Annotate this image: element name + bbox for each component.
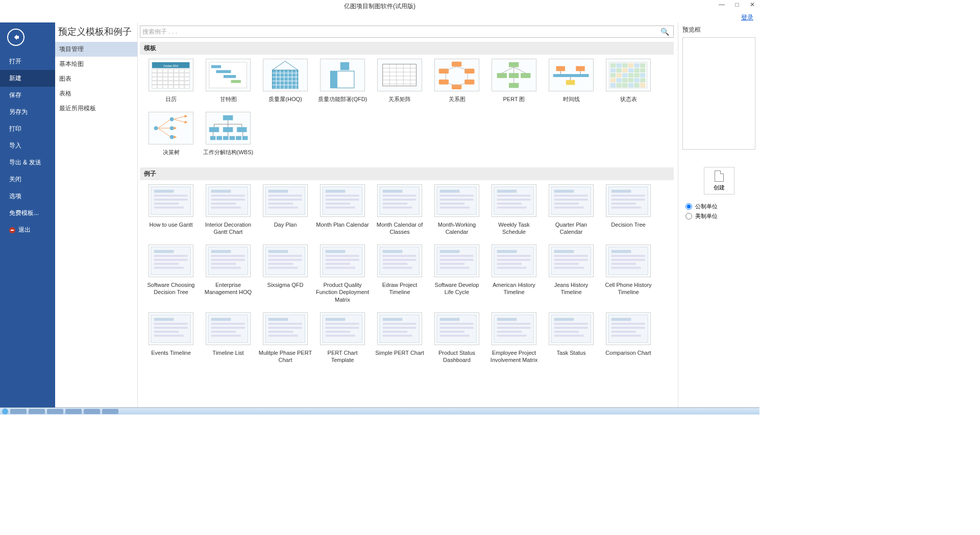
unit-metric-radio[interactable]: 公制单位 [685, 203, 755, 210]
example-tile[interactable]: Mulitple Phase PERT Chart [257, 312, 313, 364]
title-bar: 亿图项目制图软件(试用版) — □ ✕ [0, 0, 760, 12]
category-item[interactable]: 最近所用模板 [55, 101, 137, 116]
search-icon[interactable]: 🔍 [658, 28, 671, 36]
example-tile[interactable]: Events Timeline [143, 312, 199, 364]
svg-rect-120 [640, 78, 646, 83]
login-link[interactable]: 登录 [741, 13, 753, 22]
minimize-button[interactable]: — [718, 1, 726, 8]
example-tile[interactable]: Product Quality Function Deployment Matr… [314, 245, 371, 303]
svg-rect-209 [611, 199, 645, 201]
file-menu-item[interactable]: 保存 [0, 87, 55, 104]
taskbar-item[interactable] [29, 409, 45, 414]
file-menu-item[interactable]: 打开 [0, 53, 55, 70]
file-menu-item[interactable]: 关闭 [0, 171, 55, 188]
file-menu-item[interactable]: 免费模板... [0, 205, 55, 222]
maximize-button[interactable]: □ [733, 1, 741, 8]
svg-rect-252 [497, 263, 522, 265]
example-tile[interactable]: Quarter Plan Calendar [543, 184, 599, 236]
example-tile[interactable]: Weekly Task Schedule [486, 184, 542, 236]
example-tile[interactable]: Enterprise Management HOQ [200, 245, 256, 303]
example-tile[interactable]: Employee Project Involvement Matrix [486, 312, 542, 364]
examples-section-header: 例子 [140, 167, 674, 180]
svg-rect-116 [617, 78, 622, 83]
example-tile[interactable]: Cell Phone History Timeline [600, 245, 656, 303]
template-tile[interactable]: 甘特图 [200, 59, 256, 103]
example-tile[interactable]: Interior Decoration Gantt Chart [200, 184, 256, 236]
svg-rect-210 [611, 202, 636, 204]
example-tile[interactable]: Simple PERT Chart [372, 312, 428, 364]
example-tile[interactable]: Month-Working Calendar [429, 184, 485, 236]
example-tile[interactable]: Sixsigma QFD [257, 245, 313, 303]
example-tile[interactable]: American History Timeline [486, 245, 542, 303]
template-tile[interactable]: 时间线 [543, 59, 599, 103]
svg-rect-234 [326, 263, 350, 265]
file-menu-item[interactable]: 新建 [0, 70, 55, 87]
file-menu-item-label: 免费模板... [9, 209, 39, 217]
template-tile[interactable]: 决策树 [143, 112, 199, 156]
taskbar-item[interactable] [84, 409, 100, 414]
example-tile[interactable]: Day Plan [257, 184, 313, 236]
example-tile[interactable]: How to use Gantt [143, 184, 199, 236]
svg-rect-114 [640, 73, 646, 78]
category-item[interactable]: 项目管理 [55, 42, 137, 57]
os-taskbar[interactable] [0, 407, 760, 415]
file-menu-item[interactable]: 另存为 [0, 104, 55, 120]
taskbar-item[interactable] [65, 409, 82, 414]
template-tile[interactable]: 工作分解结构(WBS) [200, 112, 256, 156]
svg-rect-203 [554, 199, 588, 201]
example-tile[interactable]: Software Develop Life Cycle [429, 245, 485, 303]
template-tile[interactable]: 质量屋(HOQ) [257, 59, 313, 103]
search-input[interactable] [142, 28, 658, 35]
category-item[interactable]: 图表 [55, 71, 137, 86]
svg-text:October 2014: October 2014 [163, 65, 179, 67]
file-menu-item[interactable]: 导入 [0, 137, 55, 154]
preview-title: 预览框 [682, 26, 755, 34]
file-menu-item-label: 另存为 [9, 108, 28, 116]
svg-rect-211 [611, 206, 641, 208]
tile-label: American History Timeline [487, 281, 541, 296]
svg-rect-123 [622, 83, 628, 88]
example-tile[interactable]: Edraw Project Timeline [372, 245, 428, 303]
example-tile[interactable]: Month Calendar of Classes [372, 184, 428, 236]
close-button[interactable]: ✕ [748, 1, 756, 8]
template-tile[interactable]: October 2014日历 [143, 59, 199, 103]
taskbar-item[interactable] [102, 409, 118, 414]
template-tile[interactable]: 关系矩阵 [372, 59, 428, 103]
example-tile[interactable]: Decision Tree [600, 184, 656, 236]
svg-rect-189 [440, 189, 460, 192]
example-tile[interactable]: Month Plan Calendar [314, 184, 371, 236]
example-tile[interactable]: Timeline List [200, 312, 256, 364]
template-tile[interactable]: 质量功能部署(QFD) [314, 59, 371, 103]
taskbar-item[interactable] [47, 409, 63, 414]
category-item[interactable]: 表格 [55, 86, 137, 101]
example-tile[interactable]: Jeans History Timeline [543, 245, 599, 303]
category-column: 预定义模板和例子 项目管理基本绘图图表表格最近所用模板 [55, 22, 138, 407]
template-tile[interactable]: 状态表 [600, 59, 656, 103]
svg-rect-202 [554, 194, 588, 197]
file-menu-item[interactable]: 打印 [0, 120, 55, 137]
taskbar-item[interactable] [10, 409, 27, 414]
svg-rect-6 [174, 69, 179, 72]
file-menu-item[interactable]: 选项 [0, 188, 55, 205]
back-button[interactable] [7, 29, 24, 46]
category-item[interactable]: 基本绘图 [55, 57, 137, 71]
svg-rect-160 [154, 194, 188, 197]
svg-rect-293 [383, 327, 416, 329]
example-tile[interactable]: Task Status [543, 312, 599, 364]
tile-thumbnail [377, 59, 422, 91]
create-button[interactable]: 创建 [704, 167, 734, 194]
example-tile[interactable]: Software Choosing Decision Tree [143, 245, 199, 303]
svg-rect-172 [268, 194, 302, 197]
file-menu-item[interactable]: 退出 [0, 222, 55, 238]
svg-rect-167 [211, 199, 245, 201]
template-scroll-area[interactable]: 模板 October 2014日历甘特图质量屋(HOQ)质量功能部署(QFD)关… [138, 40, 678, 407]
template-tile[interactable]: 关系图 [429, 59, 485, 103]
unit-us-radio[interactable]: 美制单位 [685, 212, 755, 220]
example-tile[interactable]: Product Status Dashboard [429, 312, 485, 364]
template-tile[interactable]: PERT 图 [486, 59, 542, 103]
file-menu-item[interactable]: 导出 & 发送 [0, 154, 55, 171]
example-tile[interactable]: Comparison Chart [600, 312, 656, 364]
example-tile[interactable]: PERT Chart Template [314, 312, 371, 364]
taskbar-item[interactable] [2, 408, 8, 415]
svg-rect-99 [622, 63, 628, 68]
